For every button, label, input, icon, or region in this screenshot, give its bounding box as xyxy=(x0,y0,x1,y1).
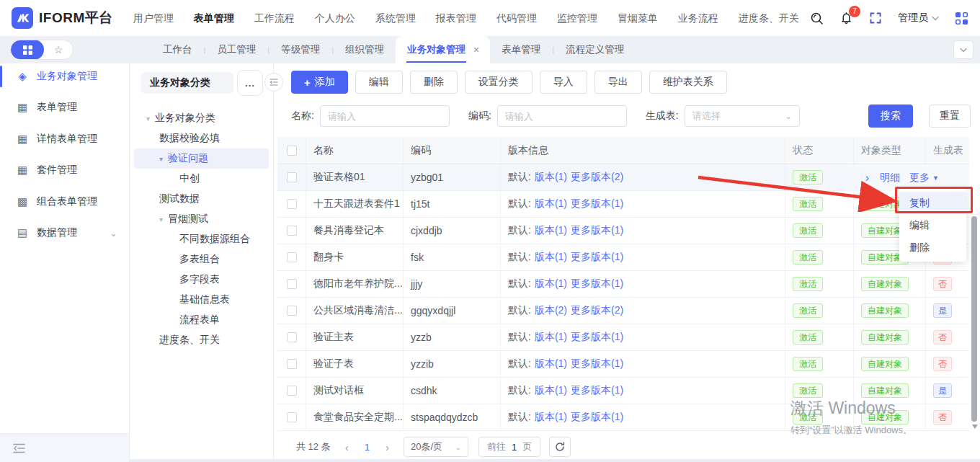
sidebar-item[interactable]: ▦表单管理 xyxy=(0,92,129,124)
table-row[interactable]: 德阳市老年养护院...jjjy默认:版本(1)更多版本(1)激活自建对象否 xyxy=(277,271,969,298)
search-icon[interactable] xyxy=(810,12,824,25)
row-checkbox[interactable] xyxy=(287,306,297,316)
tab-close-icon[interactable]: × xyxy=(473,36,479,63)
category-more-button[interactable]: ... xyxy=(237,70,263,96)
table-row[interactable]: 验证子表yzzib默认:版本(1)更多版本(1)激活自建对象否 xyxy=(277,351,969,378)
table-row[interactable]: 十五天跟进表套件1tj15t默认:版本(1)更多版本(1)激活自建对象 xyxy=(277,191,969,218)
row-checkbox[interactable] xyxy=(287,279,297,289)
goto-page-value[interactable]: 1 xyxy=(512,442,517,453)
more-versions-link[interactable]: 更多版本(1) xyxy=(571,251,623,264)
tree-item[interactable]: 流程表单 xyxy=(134,310,269,330)
table-row[interactable]: 测试对话框csdhk默认:版本(1)更多版本(1)激活自建对象是 xyxy=(277,378,969,404)
table-row[interactable]: 食堂食品安全定期...stspaqdqydzcb默认:版本(1)更多版本(1)激… xyxy=(277,404,969,431)
nav-item[interactable]: 监控管理 xyxy=(557,0,597,36)
tab-item[interactable]: 业务对象管理× xyxy=(396,36,490,63)
more-versions-link[interactable]: 更多版本(1) xyxy=(571,411,623,424)
nav-item[interactable]: 工作流程 xyxy=(254,0,295,36)
sidebar-item[interactable]: ▤数据管理⌄ xyxy=(0,218,129,249)
tree-item[interactable]: 数据校验必填 xyxy=(134,128,269,148)
next-page-button[interactable]: › xyxy=(381,441,393,453)
row-checkbox[interactable] xyxy=(287,386,297,396)
fullscreen-icon[interactable] xyxy=(869,12,882,25)
code-filter-input[interactable] xyxy=(497,105,627,127)
tree-item[interactable]: 中创 xyxy=(134,169,269,189)
star-icon[interactable]: ☆ xyxy=(44,44,73,55)
set-category-button[interactable]: 设置分类 xyxy=(465,71,533,94)
tree-item[interactable]: 多表组合 xyxy=(134,249,269,270)
table-row[interactable]: 公共区域消毒清洁...ggqyxdqjjl默认:版本(2)更多版本(2)激活自建… xyxy=(277,298,969,324)
generate-table-select[interactable]: 请选择 ⌄ xyxy=(685,105,800,127)
row-checkbox[interactable] xyxy=(287,332,297,342)
version-link[interactable]: 版本(1) xyxy=(535,411,567,424)
context-menu-item[interactable]: 复制 xyxy=(899,192,966,214)
tree-item[interactable]: ▾业务对象分类 xyxy=(134,108,269,128)
tree-item[interactable]: ▾冒烟测试 xyxy=(134,209,269,229)
more-link[interactable]: 更多 ▼ xyxy=(909,172,939,185)
nav-item[interactable]: 系统管理 xyxy=(375,0,416,36)
version-link[interactable]: 版本(1) xyxy=(535,251,567,264)
maintain-relations-button[interactable]: 维护表关系 xyxy=(649,71,727,94)
name-filter-input[interactable] xyxy=(320,105,450,127)
tab-item[interactable]: 工作台 xyxy=(151,36,204,63)
tree-item[interactable]: 进度条、开关 xyxy=(134,330,269,350)
table-row[interactable]: 餐具消毒登记本cjxddjb默认:版本(1)更多版本(1)激活自建对象 xyxy=(277,218,969,244)
page-size-select[interactable]: 20条/页 ⌄ xyxy=(404,437,468,457)
more-versions-link[interactable]: 更多版本(1) xyxy=(571,384,623,397)
tree-item[interactable]: ▾验证问题 xyxy=(134,148,269,169)
table-row[interactable]: 翻身卡fsk默认:版本(1)更多版本(1)激活自建对象否 xyxy=(277,244,969,271)
refresh-button[interactable] xyxy=(549,437,571,457)
notifications-button[interactable]: 7 xyxy=(839,11,853,25)
nav-item[interactable]: 进度条、开关 xyxy=(739,0,799,36)
add-button[interactable]: +添加 xyxy=(291,71,348,94)
version-link[interactable]: 版本(1) xyxy=(535,384,567,397)
context-menu-item[interactable]: 编辑 xyxy=(899,214,966,236)
collapse-sidebar-icon[interactable] xyxy=(13,443,25,453)
row-checkbox[interactable] xyxy=(287,199,297,209)
goto-page-box[interactable]: 前往 1 页 xyxy=(478,437,540,457)
export-button[interactable]: 导出 xyxy=(594,71,642,94)
tab-item[interactable]: 组织管理 xyxy=(334,36,396,63)
edit-button[interactable]: 编辑 xyxy=(355,71,403,94)
version-link[interactable]: 版本(1) xyxy=(535,277,567,290)
tab-item[interactable]: 流程定义管理 xyxy=(554,36,636,63)
sidebar-item[interactable]: ▦详情表单管理 xyxy=(0,123,129,155)
tree-item[interactable]: 基础信息表 xyxy=(134,290,269,310)
horizontal-scrollbar-track[interactable] xyxy=(130,459,980,462)
more-versions-link[interactable]: 更多版本(1) xyxy=(571,331,623,344)
apps-grid-icon[interactable] xyxy=(955,12,968,25)
row-checkbox[interactable] xyxy=(287,226,297,236)
collapse-tree-button[interactable] xyxy=(264,73,283,92)
more-versions-link[interactable]: 更多版本(2) xyxy=(571,304,623,317)
tab-list-dropdown-button[interactable] xyxy=(953,40,974,59)
user-menu[interactable]: 管理员 xyxy=(898,12,939,25)
nav-item[interactable]: 业务流程 xyxy=(678,0,718,36)
search-button[interactable]: 搜索 xyxy=(868,105,913,128)
tree-item[interactable]: 测试数据 xyxy=(134,189,269,209)
grid-view-icon[interactable] xyxy=(11,40,44,60)
detail-link[interactable]: 明细 xyxy=(880,172,900,185)
nav-item[interactable]: 冒烟菜单 xyxy=(618,0,658,36)
tab-item[interactable]: 等级管理 xyxy=(270,36,331,63)
prev-page-button[interactable]: ‹ xyxy=(341,441,353,453)
nav-item[interactable]: 用户管理 xyxy=(133,0,174,36)
import-button[interactable]: 导入 xyxy=(540,71,587,94)
sidebar-item[interactable]: ▩组合表单管理 xyxy=(0,186,129,218)
scrollbar-down-arrow[interactable] xyxy=(972,425,978,429)
version-link[interactable]: 版本(1) xyxy=(535,197,567,210)
reset-button[interactable]: 重置 xyxy=(929,105,971,128)
sidebar-item[interactable]: ▦套件管理 xyxy=(0,155,129,187)
more-versions-link[interactable]: 更多版本(1) xyxy=(571,357,623,370)
vertical-scrollbar-thumb[interactable] xyxy=(971,216,977,422)
version-link[interactable]: 版本(1) xyxy=(535,171,567,184)
more-versions-link[interactable]: 更多版本(2) xyxy=(571,171,623,184)
nav-item[interactable]: 表单管理 xyxy=(194,0,234,36)
select-all-checkbox[interactable] xyxy=(287,146,297,156)
tree-item[interactable]: 多字段表 xyxy=(134,270,269,290)
tree-item[interactable]: 不同数据源组合 xyxy=(134,229,269,249)
row-checkbox[interactable] xyxy=(287,412,297,422)
sidebar-item[interactable]: ◈业务对象管理 xyxy=(0,61,129,92)
version-link[interactable]: 版本(2) xyxy=(535,304,567,317)
chevron-right-icon[interactable]: › xyxy=(865,172,869,185)
more-versions-link[interactable]: 更多版本(1) xyxy=(571,197,623,210)
version-link[interactable]: 版本(1) xyxy=(535,357,567,370)
